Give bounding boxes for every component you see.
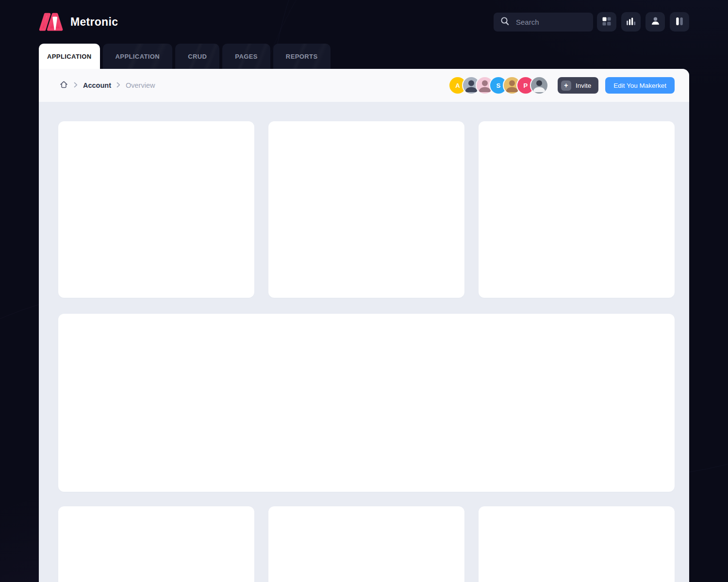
main-content bbox=[39, 102, 689, 582]
card bbox=[268, 121, 464, 298]
invite-button[interactable]: + Invite bbox=[558, 77, 598, 94]
search-icon bbox=[500, 16, 510, 28]
layout-columns-button[interactable] bbox=[670, 12, 689, 32]
brand-name: Metronic bbox=[70, 16, 118, 29]
card bbox=[58, 506, 254, 582]
tab-application[interactable]: APPLICATION bbox=[39, 44, 100, 69]
user-button[interactable] bbox=[645, 12, 665, 32]
chevron-right-icon bbox=[116, 81, 120, 90]
user-icon bbox=[650, 16, 661, 28]
card-wide bbox=[58, 314, 675, 492]
content-shell: Account Overview A bbox=[39, 69, 689, 582]
grid-apps-icon bbox=[602, 16, 612, 28]
page: Metronic bbox=[0, 0, 728, 582]
home-icon[interactable] bbox=[59, 80, 68, 91]
tab-crud[interactable]: CRUD bbox=[175, 44, 219, 69]
search-box[interactable] bbox=[494, 13, 593, 32]
tab-application-2[interactable]: APPLICATION bbox=[103, 44, 173, 69]
card bbox=[479, 506, 675, 582]
chevron-right-icon bbox=[74, 81, 78, 90]
brand[interactable]: Metronic bbox=[39, 10, 118, 33]
card bbox=[268, 506, 464, 582]
layout-columns-icon bbox=[675, 16, 684, 28]
avatar-photo-4[interactable] bbox=[530, 76, 548, 95]
card-row-bottom bbox=[58, 506, 675, 582]
tab-reports[interactable]: REPORTS bbox=[273, 44, 331, 69]
breadcrumb: Account Overview bbox=[59, 80, 155, 91]
top-header: Metronic bbox=[0, 0, 728, 44]
edit-market-button[interactable]: Edit You Makerket bbox=[605, 77, 675, 94]
header-actions bbox=[494, 12, 689, 32]
plus-icon: + bbox=[561, 81, 571, 91]
card-row-top bbox=[58, 121, 675, 298]
grid-apps-button[interactable] bbox=[597, 12, 616, 32]
card bbox=[479, 121, 675, 298]
bar-chart-button[interactable] bbox=[621, 12, 641, 32]
toolbar: Account Overview A bbox=[39, 69, 689, 102]
tab-pages[interactable]: PAGES bbox=[222, 44, 270, 69]
avatar-group: A S bbox=[448, 76, 548, 95]
toolbar-right: A S bbox=[448, 76, 675, 95]
breadcrumb-item-overview: Overview bbox=[126, 81, 155, 89]
main-tab-bar: APPLICATION APPLICATION CRUD PAGES REPOR… bbox=[39, 44, 728, 69]
metronic-m-icon bbox=[39, 10, 64, 33]
search-input[interactable] bbox=[515, 17, 586, 27]
breadcrumb-item-account[interactable]: Account bbox=[83, 81, 111, 89]
invite-button-label: Invite bbox=[576, 82, 591, 89]
bar-chart-icon bbox=[626, 16, 636, 28]
card bbox=[58, 121, 254, 298]
